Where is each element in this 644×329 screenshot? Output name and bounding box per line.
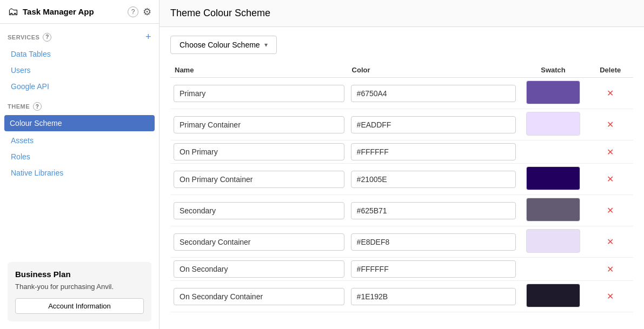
app-icon: 🗂 xyxy=(8,5,18,18)
sidebar-bottom: Business Plan Thank-you for purchasing A… xyxy=(0,254,159,329)
swatch-box-7 xyxy=(526,284,580,307)
services-help-icon[interactable]: ? xyxy=(43,33,51,42)
name-input-6[interactable] xyxy=(174,260,344,278)
settings-icon[interactable]: ⚙ xyxy=(143,6,151,18)
theme-section-label: THEME ? xyxy=(0,95,159,114)
table-row: ✕ xyxy=(170,226,633,258)
name-input-2[interactable] xyxy=(174,143,344,160)
table-row: ✕ xyxy=(170,78,633,109)
delete-button-1[interactable]: ✕ xyxy=(602,117,618,132)
table-row: ✕ xyxy=(170,164,633,195)
swatch-box-3 xyxy=(526,166,580,190)
choose-colour-scheme-button[interactable]: Choose Colour Scheme ▾ xyxy=(170,36,277,54)
account-information-button[interactable]: Account Information xyxy=(15,298,144,314)
color-input-3[interactable] xyxy=(351,171,516,188)
sidebar-item-native-libraries[interactable]: Native Libraries xyxy=(0,165,159,181)
sidebar-header: 🗂 Task Manager App ? ⚙ xyxy=(0,0,159,24)
col-header-delete: Delete xyxy=(587,63,633,78)
name-input-1[interactable] xyxy=(174,116,344,133)
color-input-1[interactable] xyxy=(351,116,516,133)
table-row: ✕ xyxy=(170,109,633,140)
sidebar-item-roles[interactable]: Roles xyxy=(0,149,159,165)
swatch-box-4 xyxy=(526,198,580,221)
services-section-label: SERVICES ? + xyxy=(0,24,159,46)
sidebar-item-colour-scheme[interactable]: Colour Scheme xyxy=(4,115,155,131)
sidebar-item-users[interactable]: Users xyxy=(0,62,159,78)
delete-button-3[interactable]: ✕ xyxy=(602,172,618,186)
plan-title: Business Plan xyxy=(15,270,144,279)
sidebar-item-data-tables[interactable]: Data Tables xyxy=(0,46,159,62)
app-title: Task Manager App xyxy=(23,7,123,16)
table-row: ✕ xyxy=(170,258,633,281)
app-help-icon[interactable]: ? xyxy=(128,6,138,17)
delete-button-5[interactable]: ✕ xyxy=(602,234,618,249)
dropdown-caret-icon: ▾ xyxy=(264,41,268,49)
color-input-6[interactable] xyxy=(351,260,516,278)
sidebar-item-assets[interactable]: Assets xyxy=(0,132,159,149)
color-input-4[interactable] xyxy=(351,202,516,219)
theme-nav: Colour SchemeAssetsRolesNative Libraries xyxy=(0,114,159,181)
color-input-7[interactable] xyxy=(351,288,516,305)
name-input-7[interactable] xyxy=(174,288,344,305)
color-input-2[interactable] xyxy=(351,143,516,160)
colour-scheme-table: Name Color Swatch Delete ✕✕✕✕✕✕✕✕ xyxy=(170,63,633,312)
col-header-swatch: Swatch xyxy=(519,63,588,78)
plan-description: Thank-you for purchasing Anvil. xyxy=(15,282,144,292)
main-body: Choose Colour Scheme ▾ Name Color Swatch… xyxy=(160,27,644,329)
sidebar-item-google-api[interactable]: Google API xyxy=(0,78,159,95)
swatch-box-1 xyxy=(526,112,580,136)
services-add-icon[interactable]: + xyxy=(145,31,151,43)
color-input-5[interactable] xyxy=(351,233,516,251)
color-input-0[interactable] xyxy=(351,85,516,102)
swatch-box-0 xyxy=(526,80,580,104)
table-row: ✕ xyxy=(170,281,633,312)
name-input-4[interactable] xyxy=(174,202,344,219)
delete-button-6[interactable]: ✕ xyxy=(602,262,618,277)
sidebar: 🗂 Task Manager App ? ⚙ SERVICES ? + Data… xyxy=(0,0,160,329)
delete-button-0[interactable]: ✕ xyxy=(602,86,618,100)
col-header-color: Color xyxy=(348,63,519,78)
theme-help-icon[interactable]: ? xyxy=(33,102,42,111)
col-header-name: Name xyxy=(170,63,348,78)
table-row: ✕ xyxy=(170,195,633,226)
plan-box: Business Plan Thank-you for purchasing A… xyxy=(8,262,151,321)
name-input-5[interactable] xyxy=(174,233,344,251)
swatch-box-5 xyxy=(526,229,580,253)
name-input-3[interactable] xyxy=(174,171,344,188)
page-title: Theme Colour Scheme xyxy=(160,0,644,27)
delete-button-2[interactable]: ✕ xyxy=(602,145,618,159)
color-table-body: ✕✕✕✕✕✕✕✕ xyxy=(170,78,633,312)
table-header-row: Name Color Swatch Delete xyxy=(170,63,633,78)
delete-button-4[interactable]: ✕ xyxy=(602,203,618,218)
table-row: ✕ xyxy=(170,140,633,164)
services-nav: Data TablesUsersGoogle API xyxy=(0,46,159,95)
delete-button-7[interactable]: ✕ xyxy=(602,289,618,304)
name-input-0[interactable] xyxy=(174,85,344,102)
main-content: Theme Colour Scheme Choose Colour Scheme… xyxy=(160,0,644,329)
